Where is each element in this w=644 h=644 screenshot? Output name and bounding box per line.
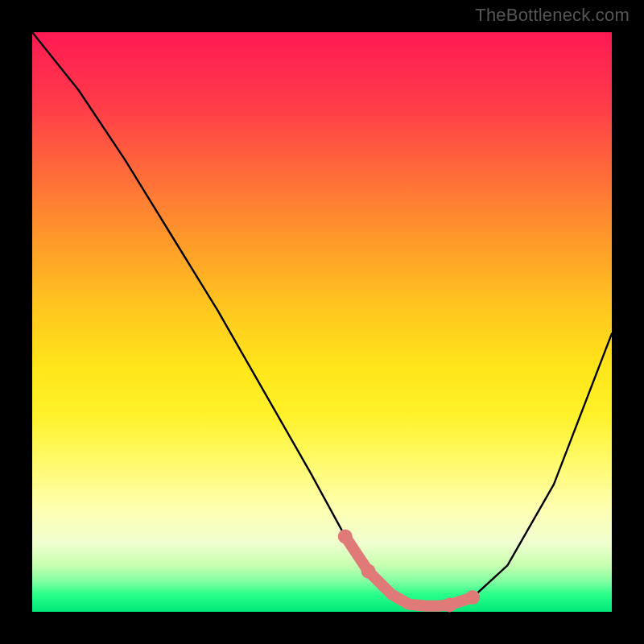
curve-svg [32,32,612,612]
highlight-dot [465,590,480,605]
highlight-dot [361,564,376,579]
plot-area [32,32,612,612]
chart-frame: TheBottleneck.com [0,0,644,644]
watermark-text: TheBottleneck.com [475,5,630,26]
highlight-dot [338,529,353,543]
highlight-dot [442,597,456,612]
bottleneck-curve [32,32,612,606]
